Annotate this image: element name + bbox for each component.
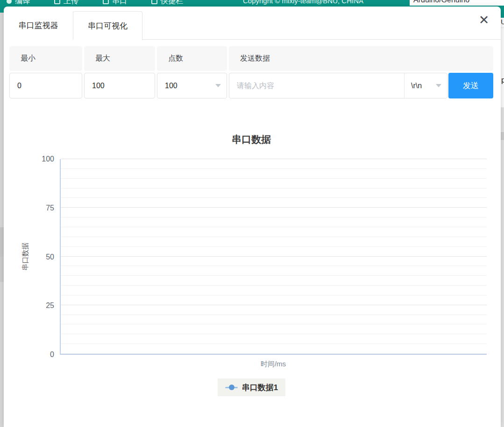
gridline	[61, 343, 487, 344]
y-tick-label: 25	[46, 301, 54, 310]
gridline	[61, 237, 487, 237]
line-ending-select[interactable]: \r\n	[404, 73, 447, 98]
x-axis-label: 时间/ms	[60, 360, 487, 369]
quickbar-icon	[151, 0, 157, 4]
line-ending-value: \r\n	[411, 82, 422, 90]
line-dot-marker-icon	[225, 385, 238, 390]
y-axis-label: 串口数据	[21, 243, 30, 271]
gridline	[61, 227, 487, 227]
upload-icon	[54, 0, 60, 4]
gridline	[61, 266, 487, 266]
workspace-left-edge	[0, 13, 4, 427]
chevron-down-icon	[215, 84, 221, 87]
min-input[interactable]	[17, 82, 76, 90]
chevron-down-icon	[436, 84, 441, 87]
copyright-text: Copyright © mixly-team@BNU, CHINA	[243, 0, 363, 5]
gridline	[61, 324, 487, 324]
compile-icon	[7, 0, 12, 4]
board-selector[interactable]: Arduino/Genuino	[410, 0, 504, 6]
gridline	[61, 295, 487, 295]
min-header: 最小	[9, 46, 82, 71]
toolbar-item-label: 上传	[64, 0, 78, 6]
board-selector-label: Arduino/Genuino	[413, 0, 469, 4]
tab-serial-visualization[interactable]: 串口可视化	[73, 11, 142, 40]
gridline	[61, 275, 487, 276]
send-content-input[interactable]	[237, 82, 397, 90]
toolbar-item-label: 串口	[112, 0, 127, 6]
toolbar-item-serial[interactable]: 串口	[103, 0, 127, 6]
toolbar-item-compile[interactable]: 编译	[7, 0, 30, 6]
clipped-text-mid: p	[501, 76, 504, 85]
toolbar-item-upload[interactable]: 上传	[54, 0, 78, 6]
gridline	[61, 315, 487, 315]
min-field-box	[9, 73, 82, 98]
toolbar-item-label: 编译	[15, 0, 30, 6]
send-button[interactable]: 发送	[448, 73, 493, 98]
tab-serial-monitor[interactable]: 串口监视器	[4, 11, 73, 40]
max-header: 最大	[84, 46, 155, 71]
max-field-box	[84, 73, 155, 98]
workspace-right-edge: U p	[501, 6, 504, 427]
y-tick-label: 100	[42, 155, 54, 163]
gridline	[61, 168, 487, 169]
y-tick-label: 0	[50, 350, 54, 359]
legend-item-series1[interactable]: 串口数据1	[218, 378, 285, 396]
gridline	[61, 334, 487, 334]
gridline	[61, 256, 487, 257]
y-tick-label: 50	[46, 253, 54, 261]
gridline	[61, 159, 487, 159]
send-data-group: \r\n 发送	[229, 73, 493, 98]
gridline	[61, 285, 487, 286]
toolbar-item-quickbar[interactable]: 快捷栏	[151, 0, 183, 6]
gridline	[61, 188, 487, 189]
max-input[interactable]	[92, 82, 149, 90]
gridline	[61, 217, 487, 217]
gridline	[61, 207, 487, 208]
gridline	[61, 178, 487, 179]
clipped-text-top: U	[501, 18, 504, 26]
serial-icon	[103, 0, 109, 4]
chart-title: 串口数据	[4, 133, 499, 146]
gridline	[61, 246, 487, 247]
settings-form: 最小 最大 点数 发送数据 \r\n	[9, 46, 495, 98]
y-tick-label: 75	[46, 204, 54, 212]
legend-label: 串口数据1	[242, 382, 278, 393]
send-data-header: 发送数据	[229, 46, 493, 71]
toolbar-item-label: 快捷栏	[161, 0, 183, 6]
gridline	[61, 305, 487, 305]
gridline	[61, 197, 487, 198]
serial-dialog: ✕ 串口监视器 串口可视化 最小 最大 点数 发送数据	[4, 7, 501, 427]
points-input[interactable]	[165, 82, 215, 90]
dialog-tabs: 串口监视器 串口可视化	[4, 11, 501, 40]
points-select[interactable]	[157, 73, 227, 98]
points-header: 点数	[157, 46, 227, 71]
plot-area	[60, 159, 487, 355]
